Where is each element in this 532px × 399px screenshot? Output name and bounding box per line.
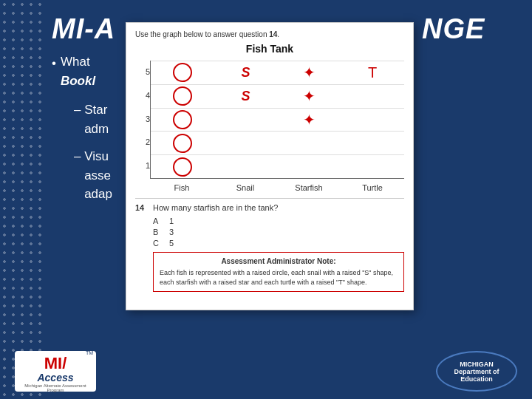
answer-option-b[interactable]: B 3 xyxy=(153,228,404,236)
question-ref-number: 14 xyxy=(269,30,277,38)
cell-turtle-2 xyxy=(341,85,404,108)
note-box: Assessment Administrator Note: Each fish… xyxy=(153,252,404,292)
logo-right: MICHIGAN Department of Education xyxy=(436,351,517,392)
fish-icon xyxy=(173,134,192,153)
cell-turtle-4 xyxy=(341,132,404,154)
chart-title: Fish Tank xyxy=(135,43,404,55)
answer-value-c: 5 xyxy=(169,239,174,248)
answer-letter-a: A xyxy=(153,216,163,225)
michigan-logo: MICHIGAN Department of Education xyxy=(436,351,517,392)
chart-row-5 xyxy=(151,154,404,178)
cell-fish-3 xyxy=(151,109,214,132)
snail-icon: S xyxy=(242,65,250,81)
chart-row-3: ✦ xyxy=(151,108,404,132)
answer-value-a: 1 xyxy=(169,216,174,225)
cell-starfish-5 xyxy=(278,155,341,178)
chart-row-2: S ✦ xyxy=(151,84,404,108)
fish-icon xyxy=(173,86,192,106)
cell-snail-5 xyxy=(214,155,278,178)
starfish-icon: ✦ xyxy=(303,64,316,81)
x-label-turtle: Turtle xyxy=(341,183,404,192)
education-text: Education xyxy=(460,375,493,383)
cell-turtle-1: T xyxy=(341,61,404,84)
chart-area: 1 2 3 4 5 xyxy=(135,61,404,179)
x-label-fish: Fish xyxy=(150,183,214,192)
michigan-text-1: MICHIGAN xyxy=(460,361,494,368)
chart-row-1: S ✦ T xyxy=(151,61,404,84)
turtle-icon: T xyxy=(368,64,377,81)
x-label-snail: Snail xyxy=(214,183,277,192)
cell-turtle-5 xyxy=(341,155,404,178)
logo-tm: TM xyxy=(86,350,93,355)
snail-icon: S xyxy=(242,89,250,104)
starfish-icon: ✦ xyxy=(303,87,316,105)
y-axis: 1 2 3 4 5 xyxy=(135,61,150,179)
chart-grid: ✦ S ✦ xyxy=(150,61,404,179)
x-label-starfish: Starfish xyxy=(277,183,341,192)
cell-fish-1 xyxy=(151,61,214,84)
starfish-icon: ✦ xyxy=(303,111,316,129)
question-section: 14 How many starfish are in the tank? A … xyxy=(135,198,404,292)
mi-access-logo: TM MI/ Access Michigan Alternate Assessm… xyxy=(15,351,96,392)
logo-inner: TM MI/ Access Michigan Alternate Assessm… xyxy=(18,350,93,392)
fish-icon xyxy=(173,110,192,129)
answer-option-a[interactable]: A 1 xyxy=(153,216,404,225)
question-number: 14 xyxy=(135,203,147,212)
cell-starfish-4 xyxy=(278,132,341,154)
question-row: 14 How many starfish are in the tank? xyxy=(135,203,404,212)
logo-subtitle: Michigan Alternate Assessment Program xyxy=(18,383,93,392)
logo-access-text: Access xyxy=(37,372,73,383)
background-decoration xyxy=(0,0,44,399)
cell-turtle-3 xyxy=(341,109,404,132)
modal-popup: Use the graph below to answer question 1… xyxy=(126,22,414,310)
cell-starfish-2: ✦ xyxy=(278,85,341,108)
cell-starfish-3: ✦ xyxy=(278,109,341,132)
cell-snail-4 xyxy=(214,132,278,154)
cell-fish-5 xyxy=(151,155,214,178)
note-title: Assessment Administrator Note: xyxy=(160,257,398,265)
cell-starfish-1: ✦ xyxy=(278,61,341,84)
cell-fish-2 xyxy=(151,85,214,108)
bullet-icon: • xyxy=(52,54,56,90)
fish-icon xyxy=(173,63,192,82)
answer-value-b: 3 xyxy=(169,228,174,236)
cell-snail-1: S xyxy=(214,61,278,84)
logo-left: TM MI/ Access Michigan Alternate Assessm… xyxy=(15,351,96,392)
logo-mi-text: MI/ xyxy=(44,355,67,372)
x-axis-labels: Fish Snail Starfish Turtle xyxy=(150,183,404,192)
cell-fish-4 xyxy=(151,132,214,154)
answer-option-c[interactable]: C 5 xyxy=(153,239,404,248)
answer-letter-c: C xyxy=(153,239,163,248)
cell-snail-2: S xyxy=(214,85,278,108)
chart-row-4 xyxy=(151,131,404,154)
modal-instruction: Use the graph below to answer question 1… xyxy=(135,30,404,38)
answer-letter-b: B xyxy=(153,228,163,236)
cell-snail-3 xyxy=(214,109,278,132)
fish-icon xyxy=(173,157,192,177)
note-text: Each fish is represented with a raised c… xyxy=(160,268,398,287)
answer-options: A 1 B 3 C 5 xyxy=(153,216,404,248)
michigan-text-2: Department of xyxy=(454,368,499,375)
footer: TM MI/ Access Michigan Alternate Assessm… xyxy=(0,351,532,392)
question-text: How many starfish are in the tank? xyxy=(153,203,404,212)
